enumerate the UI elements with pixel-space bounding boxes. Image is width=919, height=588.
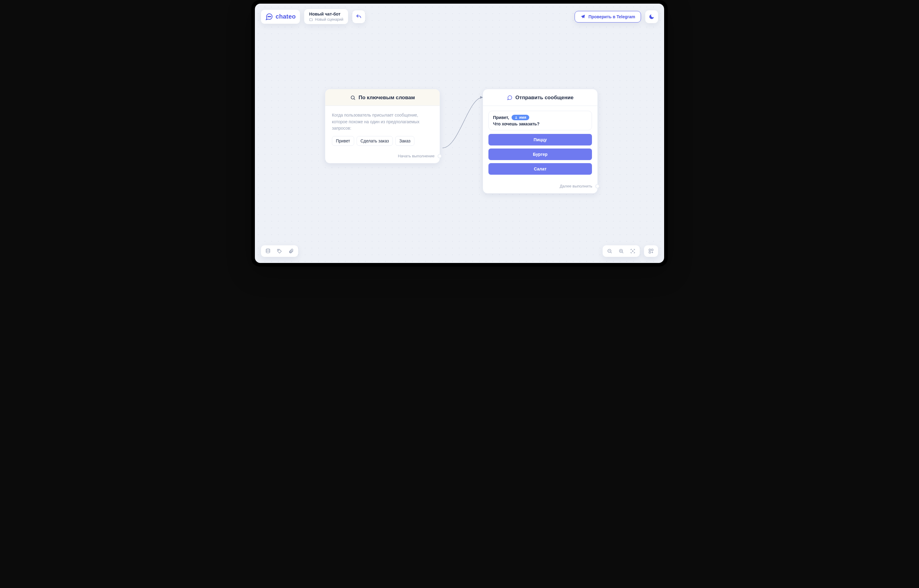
svg-point-3 — [351, 96, 354, 99]
node-header: По ключевым словам — [325, 89, 440, 106]
tag-button[interactable] — [277, 248, 282, 254]
fit-view-button[interactable] — [630, 248, 636, 254]
svg-point-9 — [633, 251, 633, 252]
zoom-out-button[interactable] — [607, 248, 612, 254]
user-icon — [515, 116, 518, 119]
keyword-pill[interactable]: Заказ — [395, 136, 414, 146]
zoom-in-icon — [618, 248, 624, 254]
tag-icon — [277, 248, 282, 254]
search-icon — [350, 95, 356, 100]
svg-point-6 — [278, 250, 279, 250]
zoom-in-button[interactable] — [618, 248, 624, 254]
database-button[interactable] — [265, 248, 271, 254]
variable-tag-label: имя — [519, 115, 526, 120]
svg-rect-12 — [649, 252, 650, 253]
app-canvas-frame: chateo Новый чат-бот Новый сценарий Пров… — [255, 4, 664, 263]
node-header: Отправить сообщение — [483, 89, 597, 106]
database-icon — [265, 248, 271, 254]
node-send-message[interactable]: Отправить сообщение Привет, имя Что хоче… — [483, 89, 598, 194]
svg-rect-10 — [649, 249, 650, 250]
node-footer: Начать выполнение — [325, 151, 440, 163]
svg-rect-11 — [652, 249, 653, 250]
keyword-pill[interactable]: Привет — [332, 136, 354, 146]
paperclip-icon — [288, 248, 294, 254]
output-port[interactable] — [438, 154, 442, 158]
message-icon — [507, 95, 513, 100]
node-title: Отправить сообщение — [516, 95, 574, 101]
flow-canvas[interactable]: По ключевым словам Когда пользователь пр… — [255, 4, 664, 263]
node-body: Когда пользователь присылает сообщение, … — [325, 106, 440, 151]
greeting-prefix: Привет, — [493, 115, 509, 120]
device-frame: chateo Новый чат-бот Новый сценарий Пров… — [251, 0, 668, 267]
svg-point-5 — [266, 249, 270, 250]
output-port[interactable] — [595, 184, 600, 188]
zoom-out-icon — [607, 248, 612, 254]
node-footer-label: Далее выполнить — [560, 184, 592, 188]
reply-option[interactable]: Бургер — [489, 149, 592, 160]
focus-icon — [630, 248, 636, 254]
node-title: По ключевым словам — [359, 95, 415, 101]
tool-strip-zoom — [603, 245, 640, 257]
node-footer-label: Начать выполнение — [398, 154, 435, 158]
tool-strip-add — [644, 245, 658, 257]
node-keywords-trigger[interactable]: По ключевым словам Когда пользователь пр… — [325, 89, 440, 163]
keyword-pill[interactable]: Сделать заказ — [357, 136, 393, 146]
svg-point-4 — [516, 116, 516, 118]
reply-option[interactable]: Пиццу — [489, 134, 592, 145]
variable-tag-name[interactable]: имя — [511, 115, 529, 120]
message-preview[interactable]: Привет, имя Что хочешь заказать? — [489, 111, 592, 130]
node-body: Привет, имя Что хочешь заказать? Пиццу Б… — [483, 106, 597, 181]
grid-plus-icon — [648, 248, 654, 254]
message-question: Что хочешь заказать? — [493, 121, 587, 126]
add-node-button[interactable] — [648, 248, 654, 254]
node-footer: Далее выполнить — [483, 181, 597, 193]
bottombar — [261, 245, 658, 257]
keyword-pills: Привет Сделать заказ Заказ — [332, 136, 433, 146]
attachment-button[interactable] — [288, 248, 294, 254]
node-description: Когда пользователь присылает сообщение, … — [332, 112, 433, 132]
reply-option[interactable]: Салат — [489, 163, 592, 175]
connector-edge — [255, 4, 664, 263]
tool-strip-left — [261, 245, 298, 257]
